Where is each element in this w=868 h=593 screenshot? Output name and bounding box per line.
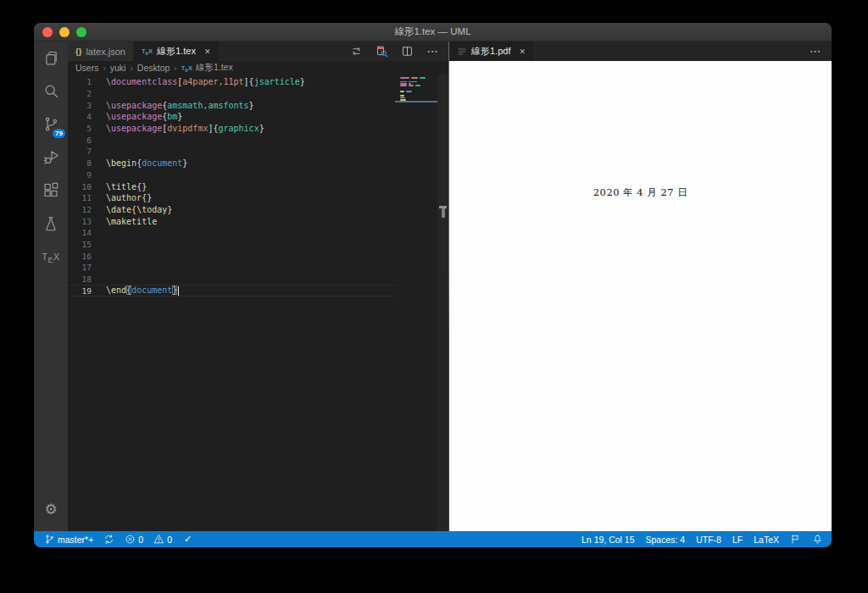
code-editor[interactable]: 1\documentclass[a4paper,11pt]{jsarticle}… — [68, 75, 449, 531]
line-number: 12 — [68, 205, 92, 214]
line-number: 15 — [68, 240, 92, 249]
status-warnings[interactable]: 0 — [153, 534, 172, 545]
status-branch[interactable]: master*+ — [44, 534, 93, 545]
feedback-icon — [790, 534, 801, 545]
code-line-6[interactable]: 6 — [68, 134, 449, 146]
code-line-1[interactable]: 1\documentclass[a4paper,11pt]{jsarticle} — [68, 76, 449, 88]
status-indentation[interactable]: Spaces: 4 — [646, 535, 686, 545]
status-cursor-position[interactable]: Ln 19, Col 15 — [581, 535, 634, 545]
breadcrumb-item-Desktop[interactable]: Desktop — [137, 63, 170, 73]
code-line-3[interactable]: 3\usepackage{amsmath,amsfonts} — [68, 99, 449, 111]
activity-item-run-debug[interactable] — [34, 141, 68, 174]
code-line-14[interactable]: 14 — [68, 227, 449, 239]
status-notifications[interactable] — [812, 534, 823, 545]
scm-badge: 79 — [53, 129, 65, 138]
editor-tab-線形1.tex[interactable]: TeX線形1.tex✕ — [134, 42, 219, 61]
tab-label: 線形1.tex — [157, 45, 196, 58]
code-line-12[interactable]: 12\date{\today} — [68, 204, 449, 216]
close-icon[interactable]: ✕ — [204, 47, 211, 56]
code-line-13[interactable]: 13\maketitle — [68, 215, 449, 227]
code-line-4[interactable]: 4\usepackage{bm} — [68, 111, 449, 123]
flask-icon — [42, 215, 59, 232]
pdf-page[interactable]: 2020 年 4 月 27 日 — [449, 61, 832, 531]
breadcrumb-file[interactable]: 線形1.tex — [196, 62, 233, 74]
status-label: Spaces: 4 — [646, 535, 686, 545]
activity-item-latex-workshop[interactable]: TEX — [34, 240, 68, 273]
minimap[interactable] — [398, 77, 437, 136]
tex-icon: TeX — [181, 64, 192, 72]
code-line-9[interactable]: 9 — [68, 169, 449, 181]
activity-item-tests[interactable] — [34, 207, 68, 240]
minimap-line-1 — [400, 77, 426, 79]
code-text: \usepackage[dvipdfmx]{graphicx} — [106, 124, 264, 133]
status-label: 0 — [138, 535, 143, 545]
status-label: Ln 19, Col 15 — [581, 535, 634, 545]
more-actions-button[interactable]: ⋯ — [426, 45, 439, 58]
line-number: 19 — [68, 286, 92, 296]
status-bar: master*+00✓ Ln 19, Col 15Spaces: 4UTF-8L… — [34, 531, 832, 547]
chevron-right-icon: › — [102, 64, 106, 73]
code-line-16[interactable]: 16 — [68, 250, 449, 262]
status-feedback[interactable] — [790, 534, 801, 545]
pdf-tab-線形1.pdf[interactable]: 線形1.pdf✕ — [449, 42, 533, 61]
view-latex-pdf-button[interactable] — [376, 45, 388, 58]
line-number: 2 — [68, 89, 92, 98]
code-text: \end{document} — [106, 285, 179, 296]
code-line-18[interactable]: 18 — [68, 274, 449, 285]
chevron-right-icon: › — [173, 64, 177, 73]
status-label: master*+ — [58, 535, 93, 545]
breadcrumb-item-Users[interactable]: Users — [75, 63, 98, 73]
pdf-icon — [457, 47, 467, 57]
gear-icon: ⚙ — [44, 501, 57, 518]
status-language-mode[interactable]: LaTeX — [754, 535, 779, 545]
activity-item-search[interactable] — [34, 75, 68, 108]
traffic-light-close[interactable] — [42, 27, 53, 37]
status-eol[interactable]: LF — [732, 535, 743, 545]
code-line-10[interactable]: 10\title{} — [68, 180, 449, 192]
status-label: LaTeX — [754, 535, 779, 545]
code-line-8[interactable]: 8\begin{document} — [68, 158, 449, 169]
pdf-more-actions-button[interactable]: ⋯ — [810, 45, 821, 58]
traffic-light-zoom[interactable] — [76, 27, 86, 37]
line-number: 4 — [68, 112, 92, 121]
status-sync[interactable] — [103, 534, 114, 545]
line-number: 11 — [68, 193, 92, 202]
status-latex-status[interactable]: ✓ — [182, 534, 193, 545]
debug-icon — [42, 148, 60, 166]
editor-tab-latex.json[interactable]: {}latex.json — [68, 42, 134, 61]
line-number: 18 — [68, 274, 92, 284]
split-editor-button[interactable] — [401, 45, 414, 58]
line-number: 3 — [68, 101, 92, 110]
warning-icon — [153, 534, 164, 545]
traffic-lights — [42, 23, 86, 41]
code-line-7[interactable]: 7 — [68, 146, 449, 158]
bell-icon — [812, 534, 823, 545]
code-text: \usepackage{bm} — [106, 112, 182, 121]
code-line-17[interactable]: 17 — [68, 262, 449, 274]
status-errors[interactable]: 0 — [125, 534, 143, 545]
activity-item-extensions[interactable] — [34, 174, 68, 207]
line-number: 14 — [68, 228, 92, 237]
code-line-15[interactable]: 15 — [68, 239, 449, 251]
divider-handle-stem[interactable] — [442, 208, 445, 218]
line-number: 16 — [68, 252, 92, 261]
code-line-5[interactable]: 5\usepackage[dvipdfmx]{graphicx} — [68, 123, 449, 135]
code-line-19[interactable]: 19\end{document} — [68, 285, 396, 296]
traffic-light-minimize[interactable] — [59, 27, 70, 37]
editor-group: {}latex.jsonTeX線形1.tex✕ ⋯ Users›yuki›Des… — [68, 42, 449, 531]
close-icon[interactable]: ✕ — [519, 47, 526, 56]
activity-item-explorer[interactable] — [34, 42, 68, 75]
breadcrumb-item-yuki[interactable]: yuki — [110, 63, 126, 73]
text-cursor — [178, 286, 180, 296]
build-latex-button[interactable] — [350, 45, 363, 58]
activity-item-settings[interactable]: ⚙ — [34, 493, 68, 526]
code-line-11[interactable]: 11\author{} — [68, 192, 449, 204]
code-line-2[interactable]: 2 — [68, 88, 449, 100]
line-number: 5 — [68, 124, 92, 133]
editor-scrollbar[interactable] — [437, 75, 448, 531]
activity-item-source-control[interactable]: 79 — [34, 108, 68, 141]
status-label: UTF-8 — [696, 535, 721, 545]
ellipsis-icon: ⋯ — [427, 45, 439, 58]
status-encoding[interactable]: UTF-8 — [696, 535, 721, 545]
view-pdf-icon — [376, 45, 388, 58]
